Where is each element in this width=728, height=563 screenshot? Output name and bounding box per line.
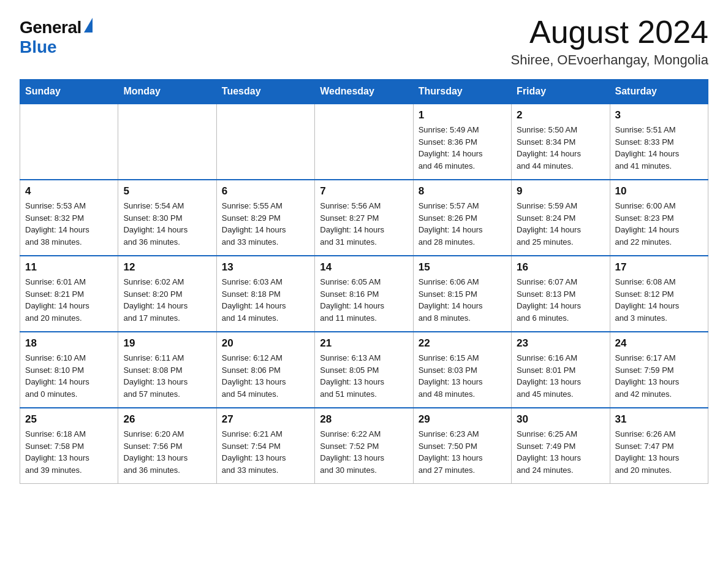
header-friday: Friday bbox=[512, 80, 610, 104]
day-number: 16 bbox=[517, 261, 604, 274]
day-number: 7 bbox=[320, 185, 408, 197]
calendar-cell: 31Sunrise: 6:26 AMSunset: 7:47 PMDayligh… bbox=[610, 408, 708, 484]
calendar-cell: 28Sunrise: 6:22 AMSunset: 7:52 PMDayligh… bbox=[315, 408, 413, 484]
day-number: 12 bbox=[123, 261, 211, 274]
day-number: 11 bbox=[25, 261, 113, 274]
day-info: Sunrise: 6:18 AMSunset: 7:58 PMDaylight:… bbox=[25, 428, 113, 476]
day-info: Sunrise: 6:12 AMSunset: 8:06 PMDaylight:… bbox=[222, 352, 309, 400]
day-info: Sunrise: 6:22 AMSunset: 7:52 PMDaylight:… bbox=[320, 428, 408, 476]
day-number: 9 bbox=[517, 185, 604, 197]
day-number: 6 bbox=[222, 185, 309, 197]
header: General Blue August 2024 Shiree, OEvoerh… bbox=[20, 15, 708, 68]
day-info: Sunrise: 6:13 AMSunset: 8:05 PMDaylight:… bbox=[320, 352, 408, 400]
calendar-cell: 29Sunrise: 6:23 AMSunset: 7:50 PMDayligh… bbox=[413, 408, 511, 484]
day-info: Sunrise: 5:55 AMSunset: 8:29 PMDaylight:… bbox=[222, 200, 309, 248]
calendar-cell: 15Sunrise: 6:06 AMSunset: 8:15 PMDayligh… bbox=[413, 256, 511, 332]
calendar-cell: 20Sunrise: 6:12 AMSunset: 8:06 PMDayligh… bbox=[216, 332, 314, 408]
day-number: 30 bbox=[517, 413, 604, 426]
day-number: 10 bbox=[615, 185, 703, 197]
day-info: Sunrise: 6:07 AMSunset: 8:13 PMDaylight:… bbox=[517, 276, 604, 324]
day-info: Sunrise: 6:20 AMSunset: 7:56 PMDaylight:… bbox=[123, 428, 211, 476]
calendar-cell: 5Sunrise: 5:54 AMSunset: 8:30 PMDaylight… bbox=[118, 180, 216, 256]
calendar-week-1: 1Sunrise: 5:49 AMSunset: 8:36 PMDaylight… bbox=[20, 104, 708, 180]
day-info: Sunrise: 5:54 AMSunset: 8:30 PMDaylight:… bbox=[123, 200, 211, 248]
calendar-cell: 3Sunrise: 5:51 AMSunset: 8:33 PMDaylight… bbox=[610, 104, 708, 180]
day-info: Sunrise: 6:02 AMSunset: 8:20 PMDaylight:… bbox=[123, 276, 211, 324]
day-info: Sunrise: 5:51 AMSunset: 8:33 PMDaylight:… bbox=[615, 124, 703, 172]
calendar-cell: 8Sunrise: 5:57 AMSunset: 8:26 PMDaylight… bbox=[413, 180, 511, 256]
calendar-cell: 27Sunrise: 6:21 AMSunset: 7:54 PMDayligh… bbox=[216, 408, 314, 484]
calendar-cell bbox=[118, 104, 216, 180]
day-info: Sunrise: 5:56 AMSunset: 8:27 PMDaylight:… bbox=[320, 200, 408, 248]
calendar-week-3: 11Sunrise: 6:01 AMSunset: 8:21 PMDayligh… bbox=[20, 256, 708, 332]
day-number: 22 bbox=[419, 337, 506, 350]
title-area: August 2024 Shiree, OEvoerhangay, Mongol… bbox=[511, 15, 708, 68]
day-info: Sunrise: 6:00 AMSunset: 8:23 PMDaylight:… bbox=[615, 200, 703, 248]
day-number: 1 bbox=[419, 109, 506, 121]
day-info: Sunrise: 6:25 AMSunset: 7:49 PMDaylight:… bbox=[517, 428, 604, 476]
calendar-cell: 4Sunrise: 5:53 AMSunset: 8:32 PMDaylight… bbox=[20, 180, 118, 256]
calendar-cell: 1Sunrise: 5:49 AMSunset: 8:36 PMDaylight… bbox=[413, 104, 511, 180]
calendar-cell: 13Sunrise: 6:03 AMSunset: 8:18 PMDayligh… bbox=[216, 256, 314, 332]
calendar-cell: 17Sunrise: 6:08 AMSunset: 8:12 PMDayligh… bbox=[610, 256, 708, 332]
calendar-cell: 22Sunrise: 6:15 AMSunset: 8:03 PMDayligh… bbox=[413, 332, 511, 408]
header-thursday: Thursday bbox=[413, 80, 511, 104]
header-sunday: Sunday bbox=[20, 80, 118, 104]
day-number: 13 bbox=[222, 261, 309, 274]
calendar-table: SundayMondayTuesdayWednesdayThursdayFrid… bbox=[20, 79, 708, 484]
day-number: 2 bbox=[517, 109, 604, 121]
day-number: 3 bbox=[615, 109, 703, 121]
header-monday: Monday bbox=[118, 80, 216, 104]
day-number: 14 bbox=[320, 261, 408, 274]
calendar-cell: 25Sunrise: 6:18 AMSunset: 7:58 PMDayligh… bbox=[20, 408, 118, 484]
day-number: 23 bbox=[517, 337, 604, 350]
calendar-cell bbox=[315, 104, 413, 180]
calendar-cell bbox=[216, 104, 314, 180]
day-info: Sunrise: 6:26 AMSunset: 7:47 PMDaylight:… bbox=[615, 428, 703, 476]
calendar-cell: 12Sunrise: 6:02 AMSunset: 8:20 PMDayligh… bbox=[118, 256, 216, 332]
calendar-cell: 6Sunrise: 5:55 AMSunset: 8:29 PMDaylight… bbox=[216, 180, 314, 256]
day-number: 20 bbox=[222, 337, 309, 350]
calendar-cell bbox=[20, 104, 118, 180]
calendar-cell: 16Sunrise: 6:07 AMSunset: 8:13 PMDayligh… bbox=[512, 256, 610, 332]
day-number: 8 bbox=[419, 185, 506, 197]
month-title: August 2024 bbox=[511, 15, 708, 50]
day-number: 25 bbox=[25, 413, 113, 426]
day-number: 18 bbox=[25, 337, 113, 350]
day-info: Sunrise: 6:05 AMSunset: 8:16 PMDaylight:… bbox=[320, 276, 408, 324]
logo-blue-text: Blue bbox=[20, 37, 57, 57]
calendar-cell: 2Sunrise: 5:50 AMSunset: 8:34 PMDaylight… bbox=[512, 104, 610, 180]
day-info: Sunrise: 6:10 AMSunset: 8:10 PMDaylight:… bbox=[25, 352, 113, 400]
day-number: 17 bbox=[615, 261, 703, 274]
calendar-header-row: SundayMondayTuesdayWednesdayThursdayFrid… bbox=[20, 80, 708, 104]
day-info: Sunrise: 6:01 AMSunset: 8:21 PMDaylight:… bbox=[25, 276, 113, 324]
calendar-cell: 23Sunrise: 6:16 AMSunset: 8:01 PMDayligh… bbox=[512, 332, 610, 408]
calendar-cell: 24Sunrise: 6:17 AMSunset: 7:59 PMDayligh… bbox=[610, 332, 708, 408]
header-saturday: Saturday bbox=[610, 80, 708, 104]
day-number: 19 bbox=[123, 337, 211, 350]
day-info: Sunrise: 5:59 AMSunset: 8:24 PMDaylight:… bbox=[517, 200, 604, 248]
calendar-week-5: 25Sunrise: 6:18 AMSunset: 7:58 PMDayligh… bbox=[20, 408, 708, 484]
day-info: Sunrise: 6:11 AMSunset: 8:08 PMDaylight:… bbox=[123, 352, 211, 400]
calendar-cell: 11Sunrise: 6:01 AMSunset: 8:21 PMDayligh… bbox=[20, 256, 118, 332]
day-info: Sunrise: 6:03 AMSunset: 8:18 PMDaylight:… bbox=[222, 276, 309, 324]
day-info: Sunrise: 6:06 AMSunset: 8:15 PMDaylight:… bbox=[419, 276, 506, 324]
day-info: Sunrise: 6:15 AMSunset: 8:03 PMDaylight:… bbox=[419, 352, 506, 400]
day-info: Sunrise: 5:49 AMSunset: 8:36 PMDaylight:… bbox=[419, 124, 506, 172]
calendar-cell: 21Sunrise: 6:13 AMSunset: 8:05 PMDayligh… bbox=[315, 332, 413, 408]
day-info: Sunrise: 5:57 AMSunset: 8:26 PMDaylight:… bbox=[419, 200, 506, 248]
logo: General Blue bbox=[20, 15, 93, 57]
day-number: 15 bbox=[419, 261, 506, 274]
calendar-cell: 19Sunrise: 6:11 AMSunset: 8:08 PMDayligh… bbox=[118, 332, 216, 408]
day-info: Sunrise: 6:17 AMSunset: 7:59 PMDaylight:… bbox=[615, 352, 703, 400]
day-number: 4 bbox=[25, 185, 113, 197]
day-info: Sunrise: 5:50 AMSunset: 8:34 PMDaylight:… bbox=[517, 124, 604, 172]
calendar-cell: 18Sunrise: 6:10 AMSunset: 8:10 PMDayligh… bbox=[20, 332, 118, 408]
day-number: 24 bbox=[615, 337, 703, 350]
logo-general-text: General bbox=[20, 18, 82, 37]
day-info: Sunrise: 6:21 AMSunset: 7:54 PMDaylight:… bbox=[222, 428, 309, 476]
calendar-cell: 7Sunrise: 5:56 AMSunset: 8:27 PMDaylight… bbox=[315, 180, 413, 256]
day-number: 5 bbox=[123, 185, 211, 197]
day-number: 31 bbox=[615, 413, 703, 426]
day-number: 28 bbox=[320, 413, 408, 426]
